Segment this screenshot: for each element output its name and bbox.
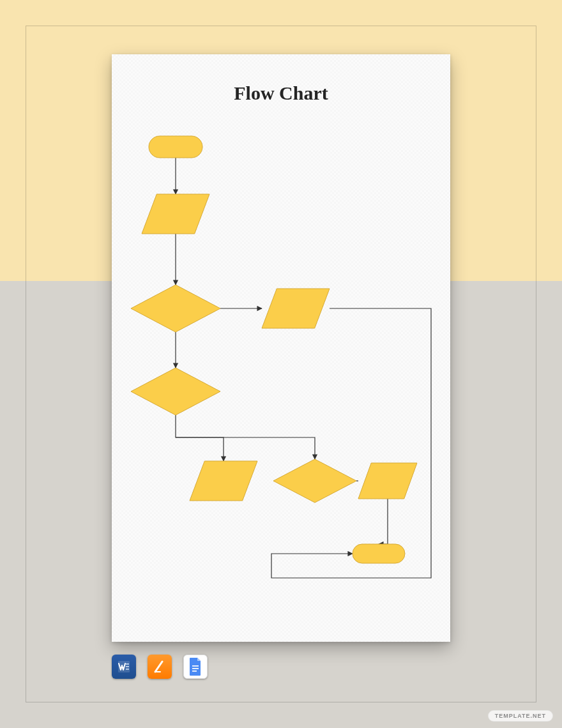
flowchart [112,54,450,642]
app-icons-row [112,655,208,679]
flowchart-node-start [149,136,202,158]
connector [176,415,224,461]
flowchart-node-dec3 [273,459,356,503]
flowchart-node-end [353,544,405,563]
google-docs-icon[interactable] [183,655,208,679]
svg-rect-3 [126,669,129,670]
connector [271,308,431,578]
flowchart-nodes [131,136,417,563]
flowchart-node-io3 [190,461,257,501]
document-page: Flow Chart [112,54,450,642]
flowchart-node-dec2 [131,368,220,415]
svg-rect-5 [192,665,199,667]
svg-rect-2 [126,666,129,667]
svg-rect-4 [155,671,161,672]
connector [379,499,388,544]
flowchart-node-dec1 [131,285,220,332]
flowchart-node-io4 [358,463,417,499]
svg-rect-7 [192,671,197,672]
watermark-badge: TEMPLATE.NET [488,710,553,722]
svg-rect-1 [126,664,129,665]
svg-rect-6 [192,668,199,669]
flowchart-node-io1 [142,194,209,234]
pages-icon[interactable] [148,655,172,679]
connector [176,437,315,459]
flowchart-connectors [176,158,431,578]
word-icon[interactable] [112,655,136,679]
flowchart-node-io2 [262,289,330,328]
